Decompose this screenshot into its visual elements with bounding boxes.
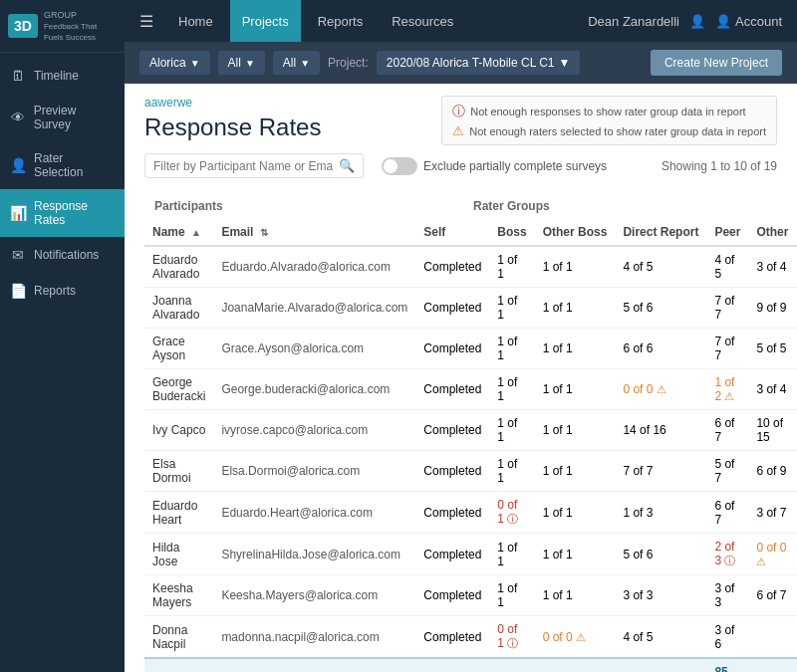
direct-report-cell: 0 of 0 ⚠ xyxy=(615,369,706,410)
boss-cell: 1 of 1 xyxy=(489,329,534,369)
notifications-icon: ✉ xyxy=(10,247,26,263)
response-rates-icon: 📊 xyxy=(10,205,26,221)
sidebar-item-notifications[interactable]: ✉ Notifications xyxy=(0,237,125,273)
participant-name: Keesha Mayers xyxy=(144,575,213,616)
project-filter[interactable]: 2020/08 Alorica T-Mobile CL C1 ▼ xyxy=(377,51,581,75)
account-button[interactable]: 👤 Account xyxy=(715,14,782,29)
totals-peer: 85 of 121 xyxy=(706,658,748,672)
participant-email: Elsa.Dormoi@alorica.com xyxy=(213,451,415,492)
direct-report-cell: 4 of 5 xyxy=(615,616,706,659)
user-name[interactable]: Dean Zanardelli xyxy=(588,14,679,29)
table-container: Participants Rater Groups Name ▲ Email ⇅… xyxy=(144,193,777,672)
self-cell: Completed xyxy=(415,575,489,616)
sidebar-item-timeline[interactable]: 🗓 Timeline xyxy=(0,58,125,94)
col-other-boss: Other Boss xyxy=(535,219,616,246)
rater-selection-icon: 👤 xyxy=(10,157,26,173)
table-row: Eduardo HeartEduardo.Heart@alorica.comCo… xyxy=(144,492,797,534)
other-warn-icon: ⚠ xyxy=(756,556,766,567)
participant-email: Eduardo.Heart@alorica.com xyxy=(213,492,415,534)
sort-icon: ⇅ xyxy=(260,227,268,238)
warning-icon: ⚠ xyxy=(452,123,464,138)
direct-report-cell: 3 of 3 xyxy=(615,575,706,616)
participant-name: Elsa Dormoi xyxy=(144,451,213,492)
all-filter-2[interactable]: All ▼ xyxy=(273,51,320,75)
logo-box: 3D xyxy=(8,14,38,38)
peer-cell: 7 of 7 xyxy=(706,288,748,329)
sidebar-item-label: Notifications xyxy=(34,248,99,262)
toggle-label: Exclude partially complete surveys xyxy=(423,159,607,173)
table-row: Grace AysonGrace.Ayson@alorica.comComple… xyxy=(144,329,797,369)
other-cell: 3 of 4 xyxy=(748,369,796,410)
topnav-resources[interactable]: Resources xyxy=(380,0,465,42)
other-boss-cell: 0 of 0 ⚠ xyxy=(535,616,616,659)
alert-error: ⓘ Not enough responses to show rater gro… xyxy=(452,103,766,120)
reports-icon: 📄 xyxy=(10,283,26,299)
section-headers: Participants Rater Groups xyxy=(144,193,777,219)
sidebar-item-rater-selection[interactable]: 👤 Rater Selection xyxy=(0,141,125,189)
participant-name: Donna Nacpil xyxy=(144,616,213,659)
chevron-down-icon: ▼ xyxy=(190,58,200,69)
topnav-reports[interactable]: Reports xyxy=(306,0,376,42)
other-cell xyxy=(748,616,796,659)
hamburger-icon[interactable]: ☰ xyxy=(139,12,153,31)
peer-warn-icon: ⚠ xyxy=(724,390,734,402)
other-cell: 3 of 4 xyxy=(748,246,796,288)
content-area: aawerwe Response Rates ⓘ Not enough resp… xyxy=(125,84,797,672)
search-icon: 🔍 xyxy=(339,158,355,173)
topnav-projects[interactable]: Projects xyxy=(230,0,301,42)
timeline-icon: 🗓 xyxy=(10,68,26,84)
totals-row: ALL PARTICIPANTS (19) 18 of 19 17 of 19 … xyxy=(144,658,797,672)
other-boss-cell: 1 of 1 xyxy=(535,492,616,534)
boss-cell: 1 of 1 xyxy=(489,534,534,575)
participant-email: George.buderacki@alorica.com xyxy=(213,369,415,410)
self-cell: Completed xyxy=(415,329,489,369)
sidebar: 3D GROUPFeedback That Fuels Success 🗓 Ti… xyxy=(0,0,125,672)
toggle-area: Exclude partially complete surveys xyxy=(382,157,607,175)
table-row: Elsa DormoiElsa.Dormoi@alorica.comComple… xyxy=(144,451,797,492)
project-label: Project: xyxy=(328,56,369,70)
participant-name: Grace Ayson xyxy=(144,329,213,369)
search-box: 🔍 xyxy=(144,153,364,178)
sidebar-item-reports[interactable]: 📄 Reports xyxy=(0,273,125,309)
participant-email: Grace.Ayson@alorica.com xyxy=(213,329,415,369)
topnav-home[interactable]: Home xyxy=(166,0,225,42)
boss-cell: 1 of 1 xyxy=(489,451,534,492)
alorica-filter[interactable]: Alorica ▼ xyxy=(139,51,210,75)
boss-cell: 1 of 1 xyxy=(489,246,534,288)
exclude-toggle[interactable] xyxy=(382,157,417,175)
error-icon: ⓘ xyxy=(452,103,465,120)
sidebar-item-response-rates[interactable]: 📊 Response Rates xyxy=(0,189,125,237)
sidebar-nav: 🗓 Timeline 👁 Preview Survey 👤 Rater Sele… xyxy=(0,53,125,672)
ob-warn-icon: ⚠ xyxy=(576,631,586,643)
create-new-project-button[interactable]: Create New Project xyxy=(651,50,782,76)
breadcrumb: aawerwe xyxy=(144,96,321,110)
chevron-down-icon: ▼ xyxy=(559,56,571,70)
col-direct-report: Direct Report xyxy=(615,219,706,246)
self-cell: Completed xyxy=(415,410,489,451)
boss-cell: 1 of 1 xyxy=(489,369,534,410)
self-cell: Completed xyxy=(415,246,489,288)
other-boss-cell: 1 of 1 xyxy=(535,329,616,369)
direct-report-cell: 5 of 6 xyxy=(615,288,706,329)
peer-warn-icon: ⓘ xyxy=(724,555,735,566)
participant-name: Ivy Capco xyxy=(144,410,213,451)
chevron-down-icon: ▼ xyxy=(245,58,255,69)
logo-subtitle: GROUPFeedback That Fuels Success xyxy=(44,10,117,42)
other-cell: 9 of 9 xyxy=(748,288,796,329)
sidebar-item-preview-survey[interactable]: 👁 Preview Survey xyxy=(0,94,125,141)
col-other: Other xyxy=(748,219,796,246)
account-icon: 👤 xyxy=(715,14,731,29)
col-name[interactable]: Name ▲ xyxy=(144,219,213,246)
sidebar-item-label: Response Rates xyxy=(34,199,115,227)
rater-groups-section-label: Rater Groups xyxy=(463,193,560,219)
totals-self: 18 of 19 xyxy=(415,658,489,672)
totals-other xyxy=(748,658,796,672)
all-filter-1[interactable]: All ▼ xyxy=(218,51,265,75)
col-email[interactable]: Email ⇅ xyxy=(213,219,415,246)
participant-name: George Buderacki xyxy=(144,369,213,410)
search-input[interactable] xyxy=(153,159,333,173)
chevron-down-icon: ▼ xyxy=(300,58,310,69)
direct-report-cell: 4 of 5 xyxy=(615,246,706,288)
participants-section-label: Participants xyxy=(144,193,463,219)
self-cell: Completed xyxy=(415,288,489,329)
